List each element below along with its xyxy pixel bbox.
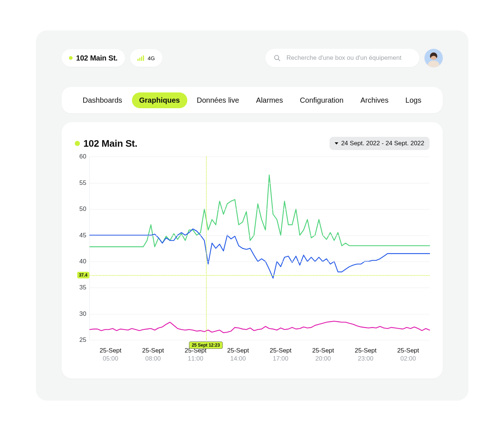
x-axis: 25-Sept05:0025-Sept08:0025-Sept11:0025-S… [89,347,430,362]
cursor-line [206,157,207,340]
search-input[interactable] [286,54,411,62]
date-range-picker[interactable]: 24 Sept. 2022 - 24 Sept. 2022 [330,137,430,150]
threshold-line [90,275,430,276]
gridline [90,340,430,340]
location-label: 102 Main St. [76,54,118,62]
y-tick: 55 [80,179,87,187]
card-title: 102 Main St. [84,138,137,149]
gridline [90,157,430,157]
tab-dashboards[interactable]: Dashboards [76,92,130,108]
tab-logs[interactable]: Logs [398,92,428,108]
gridline [90,209,430,209]
x-tick: 25-Sept20:00 [302,347,345,362]
avatar-icon [424,49,443,67]
y-tick: 50 [80,205,87,213]
plot-area[interactable]: 37.425 Sept 12:23 [89,157,430,340]
y-axis: 2530354045505560 [75,157,89,340]
y-tick: 45 [80,232,87,239]
chart-lines [90,157,430,340]
y-tick: 35 [80,284,87,291]
x-tick: 25-Sept08:00 [132,347,174,362]
svg-line-1 [278,59,280,61]
chart-card: 102 Main St. 24 Sept. 2022 - 24 Sept. 20… [62,122,443,379]
y-tick: 30 [80,310,87,318]
x-tick: 25-Sept14:00 [217,347,260,362]
search-box[interactable] [265,49,419,67]
x-tick: 25-Sept05:00 [89,347,132,362]
gridline [90,262,430,262]
caret-down-icon [335,142,338,145]
signal-icon [137,55,144,61]
x-tick: 25-Sept02:00 [387,347,430,362]
gridline [90,314,430,314]
threshold-tag: 37.4 [77,272,89,278]
y-tick: 40 [80,258,87,265]
series-green [90,175,430,247]
x-tick: 25-Sept17:00 [260,347,302,362]
avatar[interactable] [424,49,443,67]
status-dot-icon [75,141,80,146]
y-tick: 25 [80,336,87,344]
chart-area: 2530354045505560 37.425 Sept 12:23 [75,157,430,340]
app-frame: 102 Main St. 4G DashboardsGraphiquesDonn… [36,30,468,401]
cursor-tag: 25 Sept 12:23 [189,341,223,349]
network-pill[interactable]: 4G [130,49,162,67]
nav-tabs: DashboardsGraphiquesDonnées liveAlarmesC… [62,87,443,113]
tab-archives[interactable]: Archives [353,92,396,108]
x-tick: 25-Sept11:00 [174,347,217,362]
tab-graphiques[interactable]: Graphiques [132,92,187,108]
gridline [90,183,430,183]
search-icon [273,54,281,62]
tab-données-live[interactable]: Données live [190,92,247,108]
network-label: 4G [148,55,155,61]
topbar: 102 Main St. 4G [62,49,443,67]
x-tick: 25-Sept23:00 [345,347,387,362]
location-pill[interactable]: 102 Main St. [62,49,125,67]
gridline [90,288,430,288]
status-dot-icon [69,56,73,60]
series-blue [90,229,430,278]
date-range-label: 24 Sept. 2022 - 24 Sept. 2022 [341,140,424,147]
series-magenta [90,321,430,333]
tab-configuration[interactable]: Configuration [293,92,351,108]
tab-alarmes[interactable]: Alarmes [249,92,290,108]
y-tick: 60 [80,153,87,160]
gridline [90,235,430,236]
card-header: 102 Main St. 24 Sept. 2022 - 24 Sept. 20… [75,137,430,150]
